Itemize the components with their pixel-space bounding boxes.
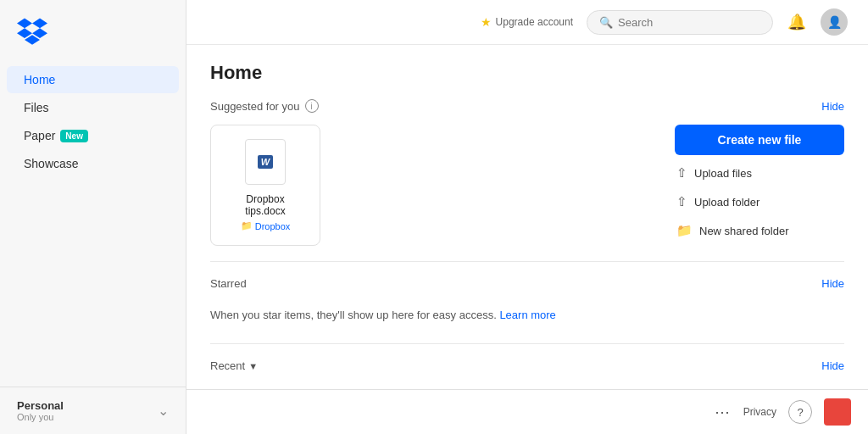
shared-folder-icon: 📁 — [676, 223, 693, 238]
file-icon: W — [245, 139, 286, 185]
starred-hide-button[interactable]: Hide — [821, 277, 844, 290]
file-card[interactable]: W Dropbox tips.docx 📁 Dropbox — [210, 125, 320, 246]
folder-icon: 📁 — [241, 220, 253, 231]
sidebar-item-paper-label: Paper — [24, 129, 55, 142]
sidebar-item-paper[interactable]: Paper New — [7, 122, 179, 149]
sidebar-item-showcase-label: Showcase — [24, 157, 79, 170]
recent-hide-button[interactable]: Hide — [821, 359, 844, 372]
word-badge: W — [258, 155, 273, 169]
chevron-down-icon: ⌄ — [158, 403, 169, 419]
upload-files-button[interactable]: ⇧ Upload files — [675, 162, 844, 184]
personal-text: Personal Only you — [17, 399, 64, 422]
main-content: ★ Upgrade account 🔍 🔔 👤 Home Suggested f… — [186, 0, 868, 434]
sidebar-item-home-label: Home — [24, 73, 55, 86]
personal-subtitle: Only you — [17, 412, 64, 422]
help-icon: ? — [797, 406, 803, 419]
search-icon: 🔍 — [599, 16, 613, 29]
footer-help-button[interactable]: ? — [788, 400, 812, 424]
sidebar-item-files-label: Files — [24, 101, 49, 114]
upload-folder-button[interactable]: ⇧ Upload folder — [675, 191, 844, 213]
page-title: Home — [210, 62, 844, 84]
sidebar-bottom: Personal Only you ⌄ — [0, 387, 186, 434]
upgrade-label: Upgrade account — [496, 16, 573, 28]
starred-label: Starred — [210, 277, 247, 290]
recent-label[interactable]: Recent ▼ — [210, 359, 258, 372]
sidebar-item-home[interactable]: Home — [7, 66, 179, 93]
upload-files-icon: ⇧ — [676, 165, 687, 181]
sidebar-logo — [0, 0, 186, 57]
suggested-label: Suggested for you i — [210, 99, 319, 113]
footer-bar: ⋯ Privacy ? — [186, 389, 868, 434]
topbar-right: 🔍 🔔 👤 — [587, 8, 848, 36]
avatar[interactable]: 👤 — [821, 8, 848, 36]
recent-chevron-icon: ▼ — [248, 361, 258, 371]
star-icon: ★ — [481, 15, 492, 29]
starred-learn-more-link[interactable]: Learn more — [499, 309, 555, 321]
upgrade-link[interactable]: ★ Upgrade account — [481, 15, 573, 29]
new-shared-folder-button[interactable]: 📁 New shared folder — [675, 220, 844, 242]
sidebar-nav: Home Files Paper New Showcase — [0, 57, 186, 387]
paper-new-badge: New — [60, 130, 88, 142]
suggested-hide-button[interactable]: Hide — [821, 100, 844, 113]
file-location-text: Dropbox — [255, 221, 291, 231]
file-location: 📁 Dropbox — [225, 220, 306, 231]
sidebar-item-showcase[interactable]: Showcase — [7, 150, 179, 177]
topbar: ★ Upgrade account 🔍 🔔 👤 — [186, 0, 868, 45]
dropbox-logo-icon — [17, 15, 47, 46]
search-input[interactable] — [618, 16, 760, 29]
personal-title: Personal — [17, 399, 64, 412]
upload-folder-icon: ⇧ — [676, 194, 687, 209]
content-area: Home Suggested for you i Hide W Dropbox … — [186, 45, 868, 389]
sidebar: Home Files Paper New Showcase Personal O… — [0, 0, 186, 434]
divider-2 — [210, 343, 844, 344]
info-icon[interactable]: i — [305, 99, 319, 113]
footer-more-button[interactable]: ⋯ — [715, 403, 732, 421]
suggestions-area: W Dropbox tips.docx 📁 Dropbox Create new… — [210, 125, 844, 246]
create-new-file-button[interactable]: Create new file — [675, 125, 844, 155]
notifications-button[interactable]: 🔔 — [783, 8, 810, 36]
sidebar-item-files[interactable]: Files — [7, 94, 179, 121]
suggested-section-header: Suggested for you i Hide — [210, 99, 844, 113]
search-box[interactable]: 🔍 — [587, 10, 773, 35]
starred-empty-text: When you star items, they'll show up her… — [210, 302, 844, 328]
actions-panel: Create new file ⇧ Upload files ⇧ Upload … — [675, 125, 844, 242]
footer-privacy-link[interactable]: Privacy — [743, 406, 776, 418]
file-name: Dropbox tips.docx — [225, 193, 306, 217]
divider-1 — [210, 261, 844, 262]
recent-section-header: Recent ▼ Hide — [210, 359, 844, 372]
personal-section[interactable]: Personal Only you ⌄ — [17, 399, 169, 422]
footer-red-button[interactable] — [824, 398, 851, 426]
starred-section-header: Starred Hide — [210, 277, 844, 290]
